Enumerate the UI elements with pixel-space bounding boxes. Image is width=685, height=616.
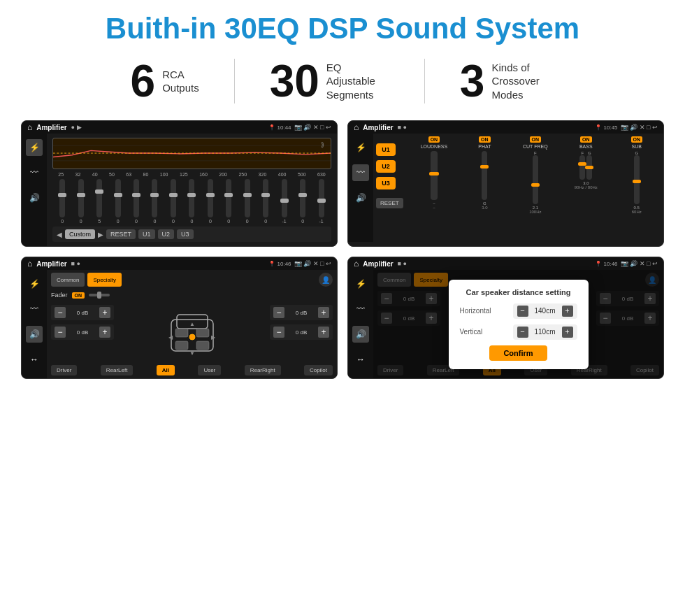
- preset-column: U1 U2 U3 RESET: [376, 136, 403, 239]
- sidebar-wave-icon[interactable]: 〰: [26, 164, 43, 181]
- fader-tabs: Common Specialty 👤: [51, 273, 333, 287]
- fader-main: Common Specialty 👤 Fader ON: [47, 270, 337, 378]
- phat-on[interactable]: ON: [479, 136, 491, 143]
- sidebar-eq-icon-4[interactable]: ⚡: [352, 275, 369, 292]
- phat-label: PHAT: [478, 144, 491, 149]
- sidebar-wave-icon-4[interactable]: 〰: [352, 301, 369, 317]
- sidebar-wave-icon-2[interactable]: 〰: [352, 164, 369, 181]
- page-header: Buith-in 30EQ DSP Sound System: [0, 0, 685, 52]
- sidebar-speaker-icon-3[interactable]: 🔊: [26, 326, 43, 343]
- db-value-tr: 0 dB: [287, 310, 316, 316]
- confirm-button[interactable]: Confirm: [489, 345, 547, 361]
- freq-labels: 2532405063 80100125160200 25032040050063…: [52, 172, 331, 177]
- cutfreq-freq: 100Hz: [529, 210, 541, 214]
- cutfreq-label: CUT FREQ: [523, 144, 548, 149]
- app-name-3: Amplifier: [36, 260, 66, 268]
- vertical-minus-btn[interactable]: −: [517, 327, 528, 338]
- svg-rect-11: [196, 341, 209, 350]
- sidebar-eq-icon-2[interactable]: ⚡: [352, 139, 369, 156]
- stat-eq: 30 EQ AdjustableSegments: [235, 59, 425, 103]
- next-btn[interactable]: ▶: [98, 231, 103, 238]
- phat-slider-g[interactable]: [482, 151, 487, 200]
- loudness-on[interactable]: ON: [428, 136, 440, 143]
- vertical-value: 110cm: [531, 328, 559, 336]
- sidebar-speaker-icon-4[interactable]: 🔊: [352, 326, 369, 343]
- tab-common-3[interactable]: Common: [51, 273, 85, 287]
- stat-rca: 6 RCAOutputs: [96, 59, 235, 103]
- sidebar-speaker-icon[interactable]: 🔊: [26, 189, 43, 206]
- stat-crossover: 3 Kinds ofCrossover Modes: [425, 59, 590, 103]
- sidebar-arrows-icon[interactable]: ↔: [26, 351, 43, 368]
- driver-btn-3[interactable]: Driver: [51, 365, 77, 375]
- sidebar-arrows-icon-4[interactable]: ↔: [352, 351, 369, 368]
- sidebar-wave-icon-3[interactable]: 〰: [26, 301, 43, 317]
- horizontal-plus-btn[interactable]: +: [562, 306, 573, 317]
- u1-btn-1[interactable]: U1: [138, 229, 155, 239]
- stat-eq-text: EQ AdjustableSegments: [326, 61, 389, 102]
- db-minus-bl[interactable]: −: [55, 327, 66, 338]
- db-minus-br[interactable]: −: [273, 327, 284, 338]
- horizontal-minus-btn[interactable]: −: [517, 306, 528, 317]
- svg-rect-5: [97, 292, 101, 299]
- status-left-4: ⌂ Amplifier ■ ●: [354, 259, 407, 268]
- status-right-1: 📍 10:44 📷 🔊 ✕ □ ↩: [268, 124, 331, 131]
- cutfreq-on[interactable]: ON: [530, 136, 542, 143]
- bass-slider-f[interactable]: [579, 155, 585, 180]
- db-plus-br[interactable]: +: [318, 327, 329, 338]
- user-btn-3[interactable]: User: [198, 365, 221, 375]
- db-control-bl: − 0 dB +: [51, 324, 114, 340]
- sidebar-eq-icon[interactable]: ⚡: [26, 139, 43, 156]
- db-plus-tl[interactable]: +: [99, 307, 110, 318]
- u3-btn-1[interactable]: U3: [177, 229, 194, 239]
- prev-btn[interactable]: ◀: [57, 231, 62, 238]
- svg-text:⟫: ⟫: [321, 141, 324, 148]
- copilot-btn-3[interactable]: Copilot: [304, 365, 333, 375]
- sub-freq: 60Hz: [632, 210, 642, 214]
- dialog-overlay: Car speaker distance setting Horizontal …: [373, 270, 663, 378]
- slider-32: 0: [78, 179, 84, 224]
- slider-25: 0: [59, 179, 65, 224]
- dialog-row-horizontal: Horizontal − 140cm +: [460, 303, 577, 319]
- u2-btn-1[interactable]: U2: [158, 229, 175, 239]
- loudness-slider[interactable]: [431, 151, 438, 200]
- slider-200: 0: [226, 179, 231, 224]
- reset-btn-1[interactable]: RESET: [106, 229, 136, 239]
- distance-dialog: Car speaker distance setting Horizontal …: [449, 280, 589, 369]
- u1-preset-btn[interactable]: U1: [376, 143, 396, 156]
- db-plus-tr[interactable]: +: [318, 307, 329, 318]
- db-value-bl: 0 dB: [68, 329, 97, 336]
- loudness-control: ON LOUDNESS ~ ~: [410, 136, 458, 239]
- app-name-1: Amplifier: [36, 124, 66, 131]
- eq-graph-svg: ⟫: [53, 138, 331, 169]
- bass-on[interactable]: ON: [580, 136, 592, 143]
- rearright-btn-3[interactable]: RearRight: [245, 365, 281, 375]
- bass-slider-g[interactable]: [586, 155, 592, 180]
- fader-label: Fader: [51, 292, 68, 299]
- screenshot-fader: ⌂ Amplifier ■ ● 📍 10:46 📷 🔊 ✕ □ ↩ ⚡ 〰 🔊 …: [21, 257, 338, 379]
- fader-on-toggle[interactable]: ON: [72, 292, 85, 299]
- tab-specialty-3[interactable]: Specialty: [87, 273, 121, 287]
- sidebar-eq-icon-3[interactable]: ⚡: [26, 275, 43, 292]
- status-bar-3: ⌂ Amplifier ■ ● 📍 10:46 📷 🔊 ✕ □ ↩: [22, 257, 337, 270]
- vertical-plus-btn[interactable]: +: [562, 327, 573, 338]
- u2-preset-btn[interactable]: U2: [376, 160, 396, 173]
- cutfreq-slider[interactable]: [533, 155, 538, 204]
- rearleft-btn-3[interactable]: RearLeft: [101, 365, 134, 375]
- screenshot-crossover: ⌂ Amplifier ■ ● 📍 10:45 📷 🔊 ✕ □ ↩ ⚡ 〰 🔊 …: [347, 120, 664, 247]
- db-plus-bl[interactable]: +: [99, 327, 110, 338]
- phat-values: 3.0: [482, 206, 487, 210]
- db-minus-tl[interactable]: −: [55, 307, 66, 318]
- eq-graph: ⟫: [52, 138, 331, 169]
- sub-slider[interactable]: [634, 155, 640, 204]
- preset-custom[interactable]: Custom: [65, 229, 95, 239]
- reset-btn-2[interactable]: RESET: [376, 198, 403, 208]
- svg-text:◀: ◀: [168, 334, 173, 341]
- bass-label: BASS: [579, 144, 593, 149]
- all-btn-3[interactable]: All: [157, 365, 175, 375]
- sub-on[interactable]: ON: [631, 136, 643, 143]
- screenshots-grid: ⌂ Amplifier ● ▶ 📍 10:44 📷 🔊 ✕ □ ↩ ⚡ 〰 🔊: [0, 113, 685, 393]
- db-minus-tr[interactable]: −: [273, 307, 284, 318]
- fader-main-area: − 0 dB + − 0 dB +: [51, 305, 333, 362]
- u3-preset-btn[interactable]: U3: [376, 177, 396, 189]
- sidebar-speaker-icon-2[interactable]: 🔊: [352, 189, 369, 206]
